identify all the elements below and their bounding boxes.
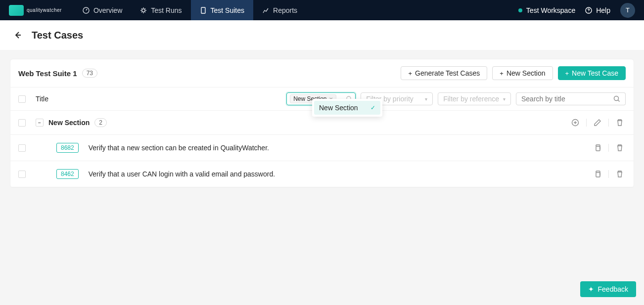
section-title: New Section bbox=[48, 119, 90, 127]
panel-actions: + Generate Test Cases + New Section + Ne… bbox=[401, 66, 626, 80]
help-icon bbox=[585, 7, 592, 14]
nav-test-suites[interactable]: Test Suites bbox=[191, 0, 253, 20]
suite-count-badge: 73 bbox=[82, 69, 97, 78]
column-title-header: Title bbox=[36, 95, 48, 103]
delete-case-button[interactable] bbox=[614, 168, 626, 180]
nav-test-runs[interactable]: Test Runs bbox=[131, 0, 190, 20]
logo-text: qualitywatcher bbox=[27, 7, 62, 13]
copy-case-button[interactable] bbox=[592, 142, 603, 154]
new-test-case-button[interactable]: + New Test Case bbox=[558, 66, 626, 80]
logo-icon bbox=[9, 5, 24, 16]
filter-row: Title New Section ✕ Filter by priority ▾… bbox=[10, 87, 634, 111]
test-case-row[interactable]: 8462 Verify that a user CAN login with a… bbox=[10, 161, 634, 187]
help-label: Help bbox=[596, 6, 610, 14]
case-checkbox[interactable] bbox=[18, 144, 26, 152]
generate-test-cases-button[interactable]: + Generate Test Cases bbox=[401, 66, 487, 80]
case-row-actions bbox=[592, 142, 626, 154]
new-section-button[interactable]: + New Section bbox=[492, 66, 552, 80]
nav-reports-label: Reports bbox=[273, 6, 297, 14]
generate-label: Generate Test Cases bbox=[415, 69, 480, 77]
plus-icon: + bbox=[565, 70, 569, 77]
nav-reports[interactable]: Reports bbox=[253, 0, 306, 20]
workspace-switcher[interactable]: Test Workspace bbox=[518, 6, 575, 14]
page-header: Test Cases bbox=[0, 20, 644, 50]
select-all-checkbox[interactable] bbox=[18, 95, 26, 103]
nav-test-suites-label: Test Suites bbox=[211, 6, 244, 14]
delete-section-button[interactable] bbox=[614, 117, 626, 129]
chevron-down-icon: ▾ bbox=[425, 96, 427, 102]
nav-test-runs-label: Test Runs bbox=[151, 6, 182, 14]
avatar-initial: T bbox=[626, 6, 630, 14]
logo[interactable]: qualitywatcher bbox=[9, 5, 62, 16]
check-icon: ✓ bbox=[370, 104, 375, 111]
topbar-right: Test Workspace Help T bbox=[518, 3, 635, 18]
panel-header: Web Test Suite 1 73 + Generate Test Case… bbox=[10, 59, 634, 87]
divider bbox=[608, 170, 609, 178]
avatar[interactable]: T bbox=[620, 3, 635, 18]
suite-name: Web Test Suite 1 bbox=[18, 69, 77, 78]
section-count-badge: 2 bbox=[94, 118, 107, 127]
edit-section-button[interactable] bbox=[592, 117, 603, 129]
svg-point-5 bbox=[614, 96, 619, 101]
svg-rect-7 bbox=[596, 146, 600, 151]
collapse-toggle[interactable]: − bbox=[36, 119, 44, 127]
svg-rect-8 bbox=[596, 173, 600, 177]
workspace-name: Test Workspace bbox=[526, 6, 575, 14]
section-checkbox[interactable] bbox=[18, 119, 26, 127]
dashboard-icon bbox=[83, 7, 90, 14]
chevron-down-icon: ▾ bbox=[503, 96, 506, 102]
dropdown-option-label: New Section bbox=[319, 104, 358, 112]
new-test-case-label: New Test Case bbox=[572, 69, 618, 77]
nav-overview-label: Overview bbox=[93, 6, 122, 14]
divider bbox=[586, 119, 587, 127]
tablet-icon bbox=[200, 7, 207, 14]
section-filter-dropdown: New Section ✓ bbox=[312, 99, 382, 117]
nav-overview[interactable]: Overview bbox=[74, 0, 131, 20]
dropdown-option-new-section[interactable]: New Section ✓ bbox=[314, 101, 380, 115]
divider bbox=[608, 144, 609, 152]
new-section-label: New Section bbox=[506, 69, 546, 77]
case-row-actions bbox=[592, 168, 626, 180]
reference-placeholder: Filter by reference bbox=[443, 95, 499, 103]
plus-icon: + bbox=[500, 70, 504, 77]
case-title: Verify that a user CAN login with a vali… bbox=[89, 170, 275, 178]
add-case-button[interactable] bbox=[569, 117, 581, 129]
search-input[interactable] bbox=[516, 92, 613, 105]
case-id-badge: 8462 bbox=[56, 169, 79, 179]
svg-point-1 bbox=[142, 9, 145, 12]
test-case-row[interactable]: 8682 Verify that a new section can be cr… bbox=[10, 135, 634, 161]
content-panel: Web Test Suite 1 73 + Generate Test Case… bbox=[10, 59, 634, 188]
back-button[interactable] bbox=[12, 29, 24, 41]
reference-filter-select[interactable]: Filter by reference ▾ bbox=[438, 92, 511, 105]
chart-icon bbox=[262, 7, 269, 14]
page-title: Test Cases bbox=[32, 30, 83, 41]
case-id-badge: 8682 bbox=[56, 143, 79, 153]
help-link[interactable]: Help bbox=[585, 6, 610, 14]
gear-icon bbox=[140, 7, 147, 14]
copy-case-button[interactable] bbox=[592, 168, 603, 180]
svg-rect-2 bbox=[201, 7, 205, 13]
presence-dot-icon bbox=[518, 8, 522, 12]
search-button[interactable] bbox=[608, 92, 626, 105]
case-checkbox[interactable] bbox=[18, 171, 26, 178]
divider bbox=[608, 119, 609, 127]
delete-case-button[interactable] bbox=[614, 142, 626, 154]
case-title: Verify that a new section can be created… bbox=[89, 144, 269, 152]
plus-icon: + bbox=[408, 70, 412, 77]
main-nav: Overview Test Runs Test Suites Reports bbox=[74, 0, 306, 20]
topbar: qualitywatcher Overview Test Runs Test S… bbox=[0, 0, 644, 20]
section-row-actions bbox=[569, 117, 626, 129]
